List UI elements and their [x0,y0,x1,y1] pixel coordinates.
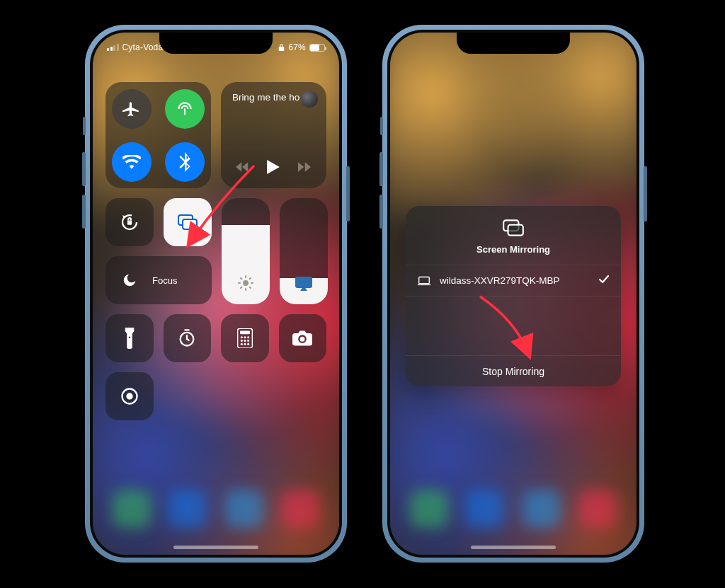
svg-rect-22 [419,277,430,283]
laptop-icon [417,276,431,286]
home-indicator[interactable] [471,546,556,549]
screen-mirroring-icon [406,219,621,240]
media-controls-tile[interactable]: Bring me the ho… [221,82,326,188]
carrier-name: Cyta-Voda [122,42,164,52]
wifi-button[interactable] [112,142,152,182]
control-center: Bring me the ho… [93,33,339,555]
play-icon[interactable] [267,160,280,174]
calculator-button[interactable] [221,314,269,362]
mirroring-device-row[interactable]: wildass-XXVR279TQK-MBP [406,265,621,296]
svg-rect-8 [240,331,250,335]
side-power-button[interactable] [644,166,647,221]
airplay-icon [295,276,313,294]
sheet-spacer [406,296,621,355]
stop-mirroring-button[interactable]: Stop Mirroring [406,355,621,386]
notch [457,33,570,54]
screen-record-button[interactable] [105,372,154,420]
camera-button[interactable] [279,314,327,362]
checkmark-icon [598,275,610,287]
now-playing-title: Bring me the ho… [232,92,309,103]
svg-rect-3 [183,219,197,229]
screen-mirroring-icon [176,213,199,231]
notch [159,33,273,54]
volume-up-button[interactable] [82,152,86,186]
svg-point-10 [244,336,246,338]
rotation-lock-icon [119,212,140,233]
screen-mirroring-panel: Screen Mirroring wildass-XXVR279TQK-MBP [406,206,621,386]
phone-screen: Cyta-Voda 67% [93,33,339,555]
side-power-button[interactable] [346,166,350,221]
battery-icon [309,44,325,52]
two-phone-illustration: Cyta-Voda 67% [0,0,725,588]
brightness-slider[interactable] [222,198,270,304]
svg-rect-1 [127,221,132,225]
svg-rect-21 [508,225,523,236]
bluetooth-button[interactable] [165,142,205,182]
svg-point-13 [244,340,246,342]
volume-down-button[interactable] [82,195,86,229]
svg-point-4 [243,280,249,286]
cellular-data-button[interactable] [165,89,205,129]
screen-mirroring-button[interactable] [164,198,212,246]
flashlight-button[interactable] [105,314,154,362]
screen-record-icon [120,386,139,406]
screen-mirroring-title: Screen Mirroring [406,244,621,255]
flashlight-icon [123,328,136,349]
signal-strength-icon [107,44,119,51]
volume-slider[interactable] [280,198,328,304]
svg-point-19 [126,393,132,399]
connectivity-tile[interactable] [105,82,211,188]
svg-point-15 [241,343,243,345]
camera-icon [292,330,312,346]
bluetooth-icon [178,152,192,172]
annotation-arrow [466,292,551,366]
iphone-left: Cyta-Voda 67% [85,25,347,563]
svg-point-9 [241,336,243,338]
media-app-icon [301,91,318,108]
mute-switch[interactable] [380,117,383,135]
svg-rect-5 [296,277,312,287]
stop-mirroring-label: Stop Mirroring [482,366,544,377]
calculator-icon [237,328,253,348]
timer-icon [177,328,197,348]
battery-percentage: 67% [288,42,306,52]
focus-label: Focus [152,275,177,286]
home-indicator[interactable] [173,546,258,549]
cellular-data-icon [176,100,194,118]
volume-up-button[interactable] [379,152,383,186]
focus-tile[interactable]: Focus [105,256,212,304]
lock-icon [278,43,285,52]
timer-button[interactable] [164,314,212,362]
previous-track-icon[interactable] [236,162,249,172]
wifi-icon [122,155,141,169]
dock-blur [410,490,617,539]
airplane-icon [122,100,141,118]
svg-point-14 [247,340,249,342]
mirroring-device-name: wildass-XXVR279TQK-MBP [440,275,560,286]
phone-screen: Screen Mirroring wildass-XXVR279TQK-MBP [390,33,636,555]
rotation-lock-button[interactable] [105,198,154,246]
volume-down-button[interactable] [379,195,383,229]
svg-point-12 [241,340,243,342]
mute-switch[interactable] [83,117,86,135]
next-track-icon[interactable] [298,162,311,172]
iphone-right: Screen Mirroring wildass-XXVR279TQK-MBP [382,25,644,563]
airplane-mode-button[interactable] [112,89,152,129]
svg-point-11 [247,336,249,338]
svg-point-16 [244,343,246,345]
svg-point-17 [247,343,249,345]
do-not-disturb-icon [115,266,144,294]
brightness-icon [237,275,254,294]
